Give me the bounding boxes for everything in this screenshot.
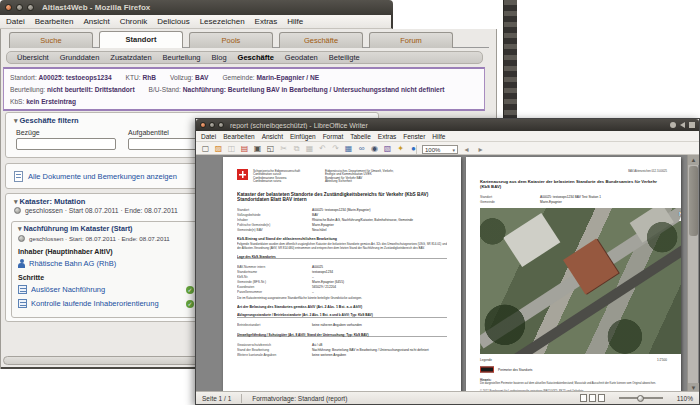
perimeter-swatch	[480, 367, 494, 373]
all-documents-link[interactable]: Alle Dokumente und Bemerkungen anzeigen	[28, 172, 177, 181]
scrollbar-thumb[interactable]	[689, 166, 698, 236]
vertical-scrollbar[interactable]: ▲ ▼	[687, 155, 698, 393]
menu-item[interactable]: Bearbeiten	[223, 133, 254, 140]
nachfuehrung-header[interactable]: Nachführung im Kataster (Start)	[18, 224, 133, 233]
hinweis-text: Die dargestellten Perimeter basieren auf…	[480, 382, 656, 385]
zoom-slider[interactable]	[619, 397, 663, 399]
aufgabentitel-label: Aufgabentitel	[128, 129, 169, 136]
minimize-button[interactable]	[209, 122, 215, 128]
note-text: Die im Katastereintrag ausgewiesene Stan…	[237, 297, 447, 300]
next-page-icon[interactable]: ▸	[475, 144, 486, 155]
save-icon[interactable]: ◫	[226, 143, 237, 154]
bezuege-label: Bezüge	[16, 129, 40, 136]
subnav-item[interactable]: Übersicht	[17, 53, 49, 62]
info-label: KTU:	[126, 74, 141, 81]
info-value: Marin-Epagnier / NE	[256, 74, 319, 81]
redo-icon[interactable]: ↷	[330, 143, 341, 154]
menu-item[interactable]: Extras	[378, 133, 396, 140]
window-title: Altlast4Web - Mozilla Firefox	[42, 3, 150, 12]
hyperlink-icon[interactable]: ∞	[356, 143, 367, 154]
subnav-item[interactable]: Grunddaten	[60, 53, 100, 62]
menu-item[interactable]: Ansicht	[83, 17, 109, 26]
menu-item[interactable]: Extras	[255, 17, 278, 26]
kataster-panel-header[interactable]: Kataster: Mutation	[14, 197, 85, 206]
menu-item[interactable]: Datei	[201, 133, 216, 140]
single-page-view-icon[interactable]	[580, 394, 587, 402]
session-indicator-icon[interactable]	[670, 122, 676, 128]
menu-item[interactable]: Bearbeiten	[35, 17, 74, 26]
menu-item[interactable]: Datei	[6, 17, 25, 26]
close-button[interactable]	[5, 4, 12, 11]
table-icon[interactable]: ▦	[343, 143, 354, 154]
app-tab[interactable]: Geschäfte	[279, 32, 363, 48]
subnav-item[interactable]: Geschäfte	[238, 53, 274, 62]
inhaber-link[interactable]: Rhätische Bahn AG (RhB)	[29, 259, 116, 268]
maximize-button[interactable]	[27, 4, 34, 11]
cut-icon[interactable]: ✂	[278, 143, 289, 154]
menu-item[interactable]: Chronik	[120, 17, 148, 26]
file-reference: BAV-Aktenzeichen 012.3-00025	[480, 169, 667, 172]
standort-data-rows: StandortA00025: testoeops1234 (Marin-Epa…	[237, 207, 447, 232]
subnav-item[interactable]: Zusatzdaten	[110, 53, 151, 62]
scroll-up-icon[interactable]: ▲	[688, 155, 699, 165]
gallery-icon[interactable]: ▧	[382, 143, 393, 154]
minimize-button[interactable]	[16, 4, 23, 11]
info-label: KbS:	[10, 98, 24, 105]
subnav-item[interactable]: Beteiligte	[329, 53, 360, 62]
undo-icon[interactable]: ↶	[317, 143, 328, 154]
previous-page-icon[interactable]: ◂	[461, 144, 472, 155]
menu-item[interactable]: Einfügen	[290, 133, 316, 140]
subnav-item[interactable]: Blog	[212, 53, 227, 62]
print-icon[interactable]: ▣	[252, 143, 263, 154]
navigator-icon[interactable]: ◉	[369, 143, 380, 154]
copy-icon[interactable]: ⧉	[291, 143, 302, 154]
export-pdf-icon[interactable]: ▤	[239, 143, 250, 154]
menu-item[interactable]: Hilfe	[287, 17, 303, 26]
close-button[interactable]	[200, 122, 206, 128]
step-link[interactable]: Kontrolle laufende Inhaberorientierung	[31, 299, 182, 308]
print-preview-icon[interactable]: ◱	[265, 143, 276, 154]
writer-statusbar: Seite 1 / 1 Formatvorlage: Standard (rep…	[196, 391, 699, 404]
aerial-photo: N	[480, 208, 681, 354]
bezuege-input[interactable]	[16, 138, 116, 150]
new-document-icon[interactable]: ▢	[200, 143, 211, 154]
app-tab[interactable]: Suche	[9, 32, 93, 48]
menu-item[interactable]: Tabelle	[350, 133, 371, 140]
zoom-select[interactable]: 100%▾	[422, 145, 458, 154]
info-label: Vollzug:	[170, 74, 193, 81]
menu-item[interactable]: Hilfe	[432, 133, 445, 140]
app-tab[interactable]: Forum	[369, 32, 453, 48]
multi-page-view-icon[interactable]	[589, 394, 596, 402]
book-view-icon[interactable]	[598, 394, 605, 402]
keyboard-indicator-icon[interactable]	[689, 122, 695, 128]
info-value: BAV	[195, 74, 208, 81]
step-link[interactable]: Auslöser Nachführung	[31, 285, 182, 294]
menu-item[interactable]: Delicious	[157, 17, 189, 26]
document-icon	[14, 171, 23, 182]
find-icon[interactable]: ✦	[395, 143, 406, 154]
department-lines: Eidgenössisches Departement für Umwelt, …	[325, 169, 394, 183]
menu-item[interactable]: Ansicht	[262, 133, 283, 140]
menu-item[interactable]: Format	[323, 133, 344, 140]
maximize-button[interactable]	[218, 122, 224, 128]
map-scale: 1:2'500	[657, 358, 667, 362]
section-paragraph: Folgende Standortdaten wurden dem öffent…	[237, 243, 447, 250]
subnav-item[interactable]: Geodaten	[285, 53, 318, 62]
standort-subnav: ÜbersichtGrunddatenZusatzdatenBeurteilun…	[6, 51, 483, 64]
paste-icon[interactable]: ▦	[304, 143, 315, 154]
subnav-item[interactable]: Beurteilung	[163, 53, 201, 62]
open-icon[interactable]: ▨	[213, 143, 224, 154]
zoom-slider-knob[interactable]	[637, 395, 644, 402]
app-tab[interactable]: Standort	[99, 31, 183, 48]
standort-infobox: Standort: A00025: testoeops1234KTU: RhBV…	[3, 67, 485, 111]
info-value: RhB	[142, 74, 156, 81]
menu-item[interactable]: Lesezeichen	[200, 17, 245, 26]
filter-panel-header[interactable]: Geschäfte filtern	[14, 116, 79, 125]
gefaehrdung-rows: GewässerschutzbereichAü / üBStand der Be…	[237, 342, 447, 357]
app-tab-bar: SucheStandortPoolsGeschäfteForum	[9, 31, 489, 48]
menu-item[interactable]: Fenster	[403, 133, 425, 140]
nachfuehrung-subpanel: Nachführung im Kataster (Start) geschlos…	[11, 221, 198, 318]
volume-indicator-icon[interactable]	[680, 122, 685, 128]
info-value: Nachführung: Beurteilung BAV in Bearbeit…	[183, 86, 445, 93]
app-tab[interactable]: Pools	[189, 32, 273, 48]
